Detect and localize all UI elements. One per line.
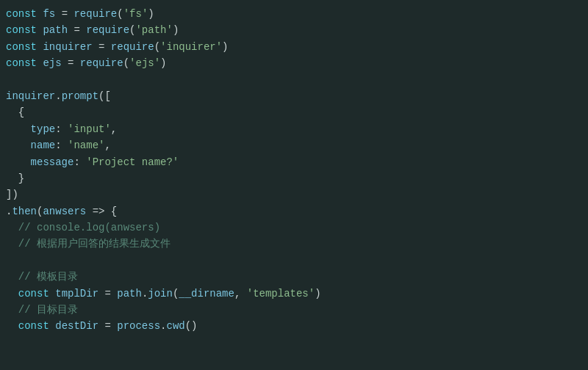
token-op: . bbox=[55, 88, 61, 104]
token-str: 'path' bbox=[135, 22, 172, 38]
token-indent bbox=[6, 170, 18, 186]
code-line: const tmplDir = path.join(__dirname, 'te… bbox=[0, 286, 588, 302]
token-var: destDir bbox=[55, 318, 98, 334]
token-str: 'fs' bbox=[123, 6, 148, 22]
token-str: 'inquirer' bbox=[160, 39, 222, 55]
token-op: = bbox=[98, 318, 117, 334]
token-var: inquirer bbox=[43, 39, 92, 55]
token-comment: // 根据用户回答的结果生成文件 bbox=[18, 236, 171, 252]
token-op: = bbox=[62, 55, 80, 71]
token-var: __dirname bbox=[179, 286, 234, 302]
code-line: { bbox=[0, 104, 588, 120]
token-indent bbox=[6, 220, 18, 236]
token-fn: require bbox=[86, 22, 129, 38]
code-line: const inquirer = require('inquirer') bbox=[0, 39, 588, 55]
code-line: .then(anwsers => { bbox=[0, 203, 588, 220]
token-paren: ) bbox=[315, 286, 320, 302]
token-plain: , bbox=[234, 286, 247, 302]
token-plain: , bbox=[104, 137, 110, 153]
token-kw: const bbox=[18, 286, 55, 302]
token-op: => { bbox=[86, 203, 117, 220]
token-op: . bbox=[142, 286, 148, 302]
token-kw: const bbox=[6, 55, 43, 71]
token-op: = bbox=[68, 22, 86, 38]
token-kw: const bbox=[18, 318, 55, 334]
code-line bbox=[0, 72, 588, 88]
token-var: tmplDir bbox=[55, 286, 98, 302]
token-var: process bbox=[117, 318, 160, 334]
token-op: : bbox=[74, 154, 86, 170]
token-paren: ( bbox=[37, 203, 43, 220]
token-indent bbox=[6, 154, 31, 170]
token-bracket: ]) bbox=[6, 186, 18, 203]
code-editor: const fs = require('fs')const path = req… bbox=[0, 0, 588, 370]
token-var: ejs bbox=[43, 55, 61, 71]
code-line: name: 'name', bbox=[0, 137, 588, 153]
token-indent bbox=[6, 269, 18, 285]
token-indent bbox=[6, 121, 31, 137]
code-line: const fs = require('fs') bbox=[0, 6, 588, 22]
token-fn: require bbox=[74, 6, 117, 22]
token-op: : bbox=[55, 137, 68, 153]
code-line: } bbox=[0, 170, 588, 186]
token-indent bbox=[6, 137, 31, 153]
token-dot-prefix: . bbox=[6, 203, 12, 220]
token-op: = bbox=[98, 286, 117, 302]
code-line: inquirer.prompt([ bbox=[0, 88, 588, 104]
token-bracket: } bbox=[18, 170, 24, 186]
token-indent bbox=[6, 318, 18, 334]
code-line: message: 'Project name?' bbox=[0, 154, 588, 170]
token-str: 'Project name?' bbox=[86, 154, 179, 170]
token-indent bbox=[6, 236, 18, 252]
token-paren: ( bbox=[154, 39, 160, 55]
token-paren: ) bbox=[148, 6, 154, 22]
token-op: : bbox=[55, 121, 68, 137]
token-indent bbox=[6, 286, 18, 302]
token-str: 'name' bbox=[68, 137, 104, 153]
token-op: = bbox=[55, 6, 74, 22]
token-str: 'input' bbox=[68, 121, 111, 137]
code-line: const destDir = process.cwd() bbox=[0, 318, 588, 334]
token-prop: type bbox=[31, 121, 56, 137]
token-fn: require bbox=[80, 55, 123, 71]
token-prop: name bbox=[31, 137, 56, 153]
token-kw: const bbox=[6, 6, 43, 22]
token-str: 'ejs' bbox=[129, 55, 160, 71]
token-kw: const bbox=[6, 22, 43, 38]
token-fn: join bbox=[148, 286, 173, 302]
token-paren: ( bbox=[117, 6, 123, 22]
token-paren: ) bbox=[222, 39, 228, 55]
code-line bbox=[0, 253, 588, 269]
token-var: anwsers bbox=[43, 203, 86, 220]
token-comment: // 目标目录 bbox=[18, 302, 78, 318]
token-indent bbox=[6, 104, 18, 120]
code-line: // 目标目录 bbox=[0, 302, 588, 318]
token-paren: ) bbox=[173, 22, 179, 38]
token-str: 'templates' bbox=[247, 286, 315, 302]
code-line: type: 'input', bbox=[0, 121, 588, 137]
token-kw: const bbox=[6, 39, 43, 55]
token-fn: require bbox=[111, 39, 154, 55]
token-bracket: { bbox=[18, 104, 24, 120]
token-paren: ([ bbox=[98, 88, 111, 104]
token-fn: cwd bbox=[166, 318, 184, 334]
code-line: // 模板目录 bbox=[0, 269, 588, 285]
token-var: path bbox=[117, 286, 142, 302]
token-comment: // console.log(anwsers) bbox=[18, 220, 160, 236]
code-line: const path = require('path') bbox=[0, 22, 588, 38]
token-comment: // 模板目录 bbox=[18, 269, 78, 285]
token-var: inquirer bbox=[6, 88, 55, 104]
token-fn: prompt bbox=[62, 88, 98, 104]
token-var: fs bbox=[43, 6, 55, 22]
code-line: // 根据用户回答的结果生成文件 bbox=[0, 236, 588, 252]
token-paren: () bbox=[185, 318, 198, 334]
token-op: = bbox=[93, 39, 111, 55]
token-plain: , bbox=[111, 121, 117, 137]
token-prop: message bbox=[31, 154, 74, 170]
token-paren: ( bbox=[129, 22, 135, 38]
code-line: const ejs = require('ejs') bbox=[0, 55, 588, 71]
token-paren: ) bbox=[160, 55, 166, 71]
token-op: . bbox=[160, 318, 166, 334]
token-paren: ( bbox=[123, 55, 129, 71]
token-indent bbox=[6, 302, 18, 318]
